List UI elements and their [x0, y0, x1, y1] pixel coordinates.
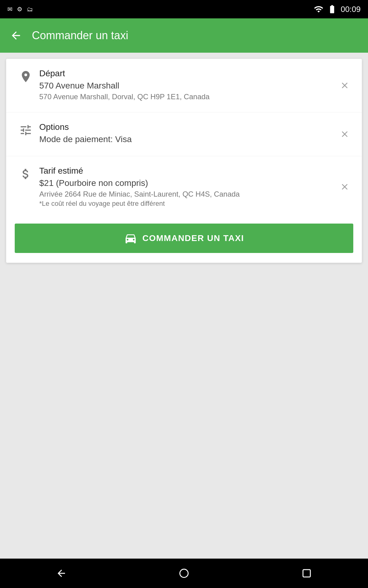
- depart-sub: 570 Avenue Marshall, Dorval, QC H9P 1E1,…: [39, 92, 336, 101]
- back-nav-button[interactable]: [50, 562, 72, 584]
- options-content: Options Mode de paiement: Visa: [37, 122, 336, 146]
- status-bar-left: ✉ ⚙ 🗂: [7, 6, 33, 13]
- taxi-icon: [124, 232, 137, 245]
- tarif-label: Tarif estimé: [39, 166, 336, 176]
- toolbar: Commander un taxi: [0, 18, 368, 53]
- battery-icon: [327, 4, 337, 14]
- depart-label: Départ: [39, 69, 336, 78]
- dollar-icon: [15, 166, 37, 181]
- options-row: Options Mode de paiement: Visa: [6, 112, 362, 156]
- tarif-sub: Arrivée 2664 Rue de Miniac, Saint-Lauren…: [39, 190, 336, 198]
- recents-nav-button[interactable]: [296, 562, 318, 584]
- order-card: Départ 570 Avenue Marshall 570 Avenue Ma…: [6, 59, 362, 263]
- commander-button[interactable]: COMMANDER UN TAXI: [15, 224, 353, 253]
- tarif-content: Tarif estimé $21 (Pourboire non compris)…: [37, 166, 336, 208]
- gmail-icon: ✉: [7, 6, 13, 13]
- commander-button-label: COMMANDER UN TAXI: [142, 233, 244, 243]
- depart-main: 570 Avenue Marshall: [39, 81, 336, 91]
- options-label: Options: [39, 122, 336, 132]
- time-display: 00:09: [341, 5, 361, 14]
- svg-rect-1: [303, 570, 310, 577]
- depart-content: Départ 570 Avenue Marshall 570 Avenue Ma…: [37, 69, 336, 102]
- briefcase-icon: 🗂: [27, 6, 33, 13]
- tarif-main: $21 (Pourboire non compris): [39, 178, 336, 188]
- svg-point-0: [180, 569, 188, 578]
- tarif-close-button[interactable]: [336, 178, 353, 195]
- home-nav-button[interactable]: [173, 562, 195, 584]
- wifi-icon: [314, 4, 324, 14]
- tarif-row: Tarif estimé $21 (Pourboire non compris)…: [6, 156, 362, 217]
- sliders-icon: [15, 122, 37, 137]
- bottom-nav: [0, 559, 368, 588]
- location-icon: [15, 69, 37, 83]
- android-icon: ⚙: [17, 6, 22, 13]
- tarif-note: *Le coût réel du voyage peut être différ…: [39, 200, 336, 208]
- depart-row: Départ 570 Avenue Marshall 570 Avenue Ma…: [6, 59, 362, 112]
- back-button[interactable]: [9, 28, 23, 43]
- options-close-button[interactable]: [336, 126, 353, 143]
- status-bar-right: 00:09: [314, 4, 361, 14]
- status-bar: ✉ ⚙ 🗂 00:09: [0, 0, 368, 18]
- toolbar-title: Commander un taxi: [32, 29, 128, 42]
- options-main: Mode de paiement: Visa: [39, 134, 336, 144]
- depart-close-button[interactable]: [336, 77, 353, 94]
